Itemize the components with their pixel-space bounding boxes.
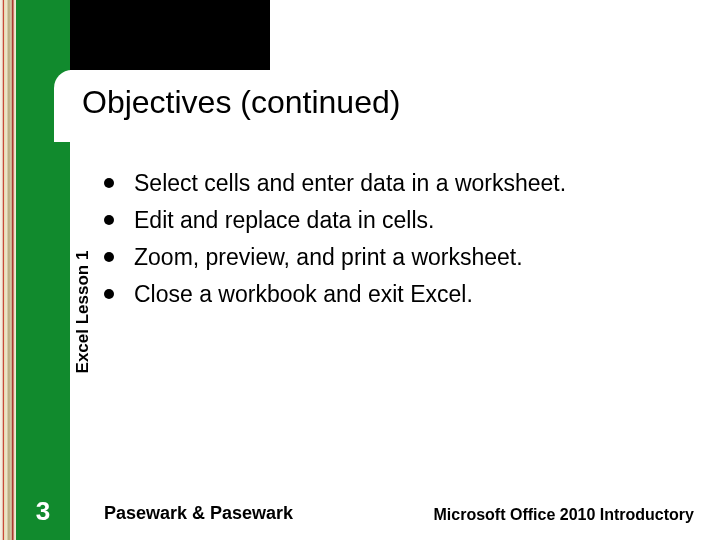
bullet-icon bbox=[104, 215, 114, 225]
decorative-left-strip bbox=[0, 0, 16, 540]
list-item: Edit and replace data in cells. bbox=[104, 205, 680, 236]
lesson-label-container: Excel Lesson 1 bbox=[70, 232, 96, 392]
slide: Objectives (continued) Excel Lesson 1 Se… bbox=[0, 0, 720, 540]
content-area: Select cells and enter data in a workshe… bbox=[104, 168, 680, 316]
lesson-label: Excel Lesson 1 bbox=[73, 251, 93, 374]
list-item: Close a workbook and exit Excel. bbox=[104, 279, 680, 310]
footer: Pasewark & Pasewark Microsoft Office 201… bbox=[104, 503, 694, 524]
objectives-list: Select cells and enter data in a workshe… bbox=[104, 168, 680, 310]
list-item: Zoom, preview, and print a worksheet. bbox=[104, 242, 680, 273]
bullet-icon bbox=[104, 178, 114, 188]
bullet-text: Edit and replace data in cells. bbox=[134, 205, 434, 236]
bullet-icon bbox=[104, 289, 114, 299]
list-item: Select cells and enter data in a workshe… bbox=[104, 168, 680, 199]
page-number: 3 bbox=[16, 482, 70, 540]
title-card: Objectives (continued) bbox=[54, 70, 700, 142]
bullet-text: Zoom, preview, and print a worksheet. bbox=[134, 242, 523, 273]
top-black-bar bbox=[70, 0, 270, 70]
bullet-text: Close a workbook and exit Excel. bbox=[134, 279, 473, 310]
bullet-icon bbox=[104, 252, 114, 262]
bullet-text: Select cells and enter data in a workshe… bbox=[134, 168, 566, 199]
footer-author: Pasewark & Pasewark bbox=[104, 503, 293, 524]
slide-title: Objectives (continued) bbox=[82, 84, 676, 121]
footer-book-title: Microsoft Office 2010 Introductory bbox=[434, 506, 695, 524]
